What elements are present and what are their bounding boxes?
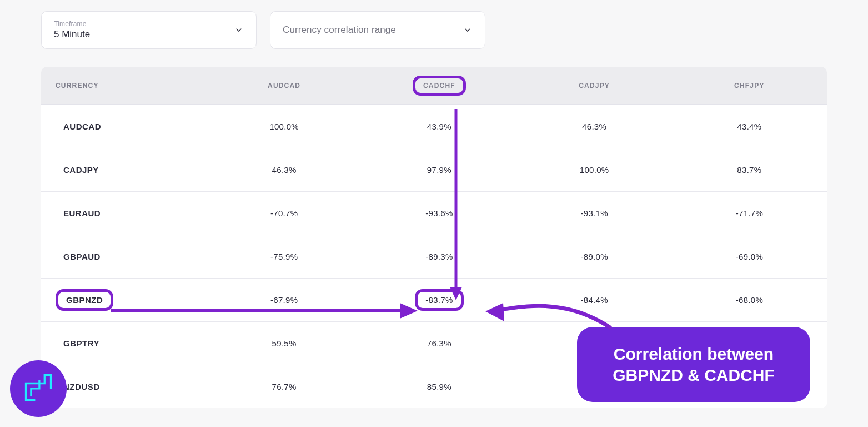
table-row: CADJPY 46.3% 97.9% 100.0% 83.7% — [41, 148, 827, 191]
cell: -93.6% — [362, 208, 516, 218]
cell: 97.9% — [362, 165, 516, 175]
channel-avatar — [10, 360, 67, 417]
row-currency: NZDUSD — [56, 376, 207, 397]
cell: -84.4% — [517, 295, 672, 305]
timeframe-selector[interactable]: Timeframe 5 Minute — [41, 11, 257, 49]
highlight-row-box: GBPNZD — [56, 289, 113, 311]
cell: 43.9% — [362, 122, 516, 131]
cell: 76.3% — [362, 339, 516, 348]
table-row: GBPNZD -67.9% -83.7% -84.4% -68.0% — [41, 278, 827, 321]
row-currency: GBPTRY — [56, 333, 207, 354]
logo-icon — [22, 371, 55, 406]
controls-row: Timeframe 5 Minute Currency correlation … — [0, 0, 868, 49]
cell: -89.3% — [362, 252, 516, 261]
row-currency: GBPAUD — [56, 246, 207, 267]
table-row: AUDCAD 100.0% 43.9% 46.3% 43.4% — [41, 105, 827, 148]
cell: -68.0% — [672, 295, 827, 305]
cell: -71.7% — [672, 208, 827, 218]
correlation-range-selector[interactable]: Currency correlation range — [270, 11, 485, 49]
cell: 43.4% — [672, 122, 827, 131]
table-header: CURRENCY AUDCAD CADCHF CADJPY CHFJPY — [41, 67, 827, 105]
correlation-range-placeholder: Currency correlation range — [283, 24, 396, 36]
table-header-col: AUDCAD — [207, 82, 362, 90]
table-header-col: CADJPY — [517, 82, 672, 90]
row-currency: EURAUD — [56, 203, 207, 224]
cell: 46.3% — [517, 122, 672, 131]
cell: -70.7% — [207, 208, 362, 218]
cell: 100.0% — [517, 165, 672, 175]
table-header-currency: CURRENCY — [56, 82, 207, 90]
cell: -67.9% — [207, 295, 362, 305]
chevron-down-icon — [234, 25, 244, 35]
table-header-col: CHFJPY — [672, 82, 827, 90]
table-header-col: CADCHF — [362, 76, 516, 96]
table-row: EURAUD -70.7% -93.6% -93.1% -71.7% — [41, 191, 827, 235]
cell: 85.9% — [362, 382, 516, 391]
cell: -93.1% — [517, 208, 672, 218]
highlight-col-box: CADCHF — [413, 76, 466, 96]
chevron-down-icon — [463, 25, 473, 35]
cell: -89.0% — [517, 252, 672, 261]
cell: 83.7% — [672, 165, 827, 175]
cell: -69.0% — [672, 252, 827, 261]
cell: -83.7% — [362, 289, 516, 311]
callout-line1: Correlation between — [594, 344, 794, 365]
cell: 59.5% — [207, 339, 362, 348]
cell: 76.7% — [207, 382, 362, 391]
cell: 100.0% — [207, 122, 362, 131]
row-currency: AUDCAD — [56, 116, 207, 137]
callout-line2: GBPNZD & CADCHF — [594, 365, 794, 386]
row-currency: GBPNZD — [56, 289, 207, 311]
cell: 46.3% — [207, 165, 362, 175]
annotation-callout: Correlation between GBPNZD & CADCHF — [577, 327, 810, 402]
timeframe-value: 5 Minute — [54, 29, 90, 40]
highlight-cell-box: -83.7% — [415, 289, 463, 311]
row-currency: CADJPY — [56, 160, 207, 180]
table-row: GBPAUD -75.9% -89.3% -89.0% -69.0% — [41, 235, 827, 278]
timeframe-label: Timeframe — [54, 20, 90, 28]
cell: -75.9% — [207, 252, 362, 261]
